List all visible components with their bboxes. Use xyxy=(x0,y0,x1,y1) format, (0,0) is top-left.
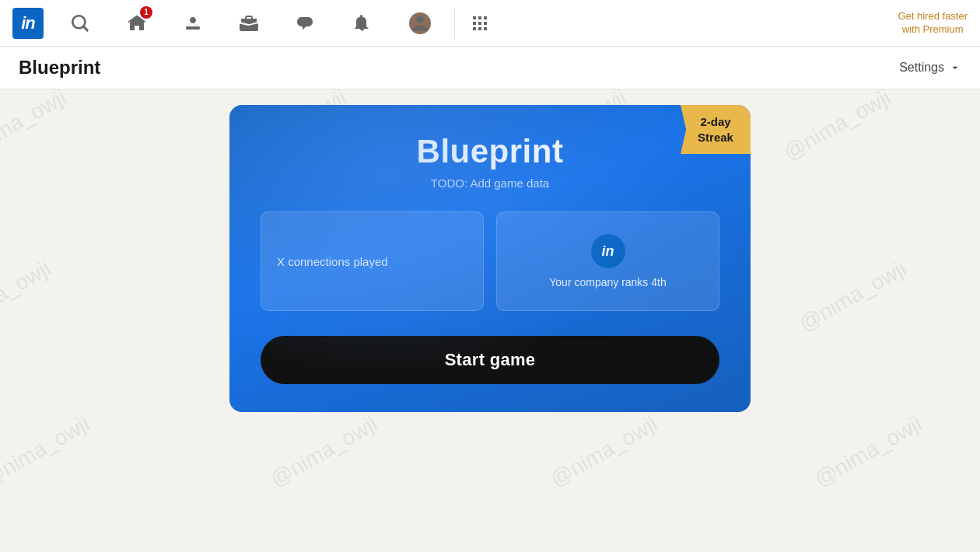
grid-icon xyxy=(471,14,489,33)
nav-divider xyxy=(454,8,455,39)
premium-line1: Get hired faster xyxy=(898,10,968,22)
company-rank-text: Your company ranks 4th xyxy=(549,276,666,288)
watermark-10: @nima_owji xyxy=(266,411,381,492)
watermark-4: @nima_owji xyxy=(779,89,894,166)
avatar xyxy=(409,12,431,34)
watermark-11: @nima_owji xyxy=(546,411,661,492)
main-content: @nima_owji @nima_owji @nima_owji @nima_o… xyxy=(0,89,980,552)
chevron-down-icon xyxy=(949,61,961,74)
navbar-right: Get hired faster with Premium xyxy=(898,10,968,37)
watermark-8: @nima_owji xyxy=(795,256,910,337)
notifications-icon xyxy=(352,14,370,33)
network-icon xyxy=(184,14,202,33)
avatar-icon xyxy=(411,14,429,33)
streak-line2: Streak xyxy=(695,130,737,145)
game-title: Blueprint xyxy=(261,133,719,170)
company-logo-text: in xyxy=(602,243,614,260)
streak-badge: 2-day Streak xyxy=(681,105,751,154)
settings-button[interactable]: Settings xyxy=(899,61,961,75)
page-title: Blueprint xyxy=(19,57,100,79)
messaging-nav-item[interactable] xyxy=(277,0,333,47)
navbar: in 1 xyxy=(0,0,980,47)
streak-line1: 2-day xyxy=(695,114,737,130)
network-nav-item[interactable] xyxy=(165,0,221,47)
linkedin-logo[interactable]: in xyxy=(12,8,44,39)
premium-line2: with Premium xyxy=(902,23,964,35)
navbar-left: in 1 xyxy=(12,0,448,47)
profile-nav-item[interactable] xyxy=(392,0,448,47)
game-subtitle: TODO: Add game data xyxy=(261,176,719,190)
home-nav-item[interactable]: 1 xyxy=(109,0,165,47)
home-badge: 1 xyxy=(140,6,152,19)
linkedin-logo-text: in xyxy=(21,13,35,33)
messaging-icon xyxy=(296,14,314,33)
search-nav-item[interactable] xyxy=(53,0,109,47)
premium-link[interactable]: Get hired faster with Premium xyxy=(898,10,968,37)
company-stat-card: in Your company ranks 4th xyxy=(496,211,719,311)
connections-stat-card: X connections played xyxy=(261,211,484,311)
connections-stat-text: X connections played xyxy=(277,255,388,268)
apps-nav-item[interactable] xyxy=(461,0,499,47)
notifications-nav-item[interactable] xyxy=(333,0,389,47)
game-card: 2-day Streak Blueprint TODO: Add game da… xyxy=(229,105,751,412)
watermark-9: @nima_owji xyxy=(0,411,94,492)
nav-icons: 1 xyxy=(53,0,389,47)
stat-cards: X connections played in Your company ran… xyxy=(261,211,719,311)
start-game-button[interactable]: Start game xyxy=(261,336,719,384)
jobs-nav-item[interactable] xyxy=(221,0,277,47)
settings-label: Settings xyxy=(899,61,944,75)
watermark-12: @nima_owji xyxy=(810,411,926,492)
jobs-icon xyxy=(240,14,258,33)
watermark-5: @nima_owji xyxy=(0,256,55,337)
search-icon xyxy=(72,14,90,33)
subheader-right: Settings xyxy=(899,61,961,75)
watermark-1: @nima_owji xyxy=(0,89,71,166)
subheader: Blueprint Settings xyxy=(0,47,980,89)
company-logo: in xyxy=(591,234,625,268)
